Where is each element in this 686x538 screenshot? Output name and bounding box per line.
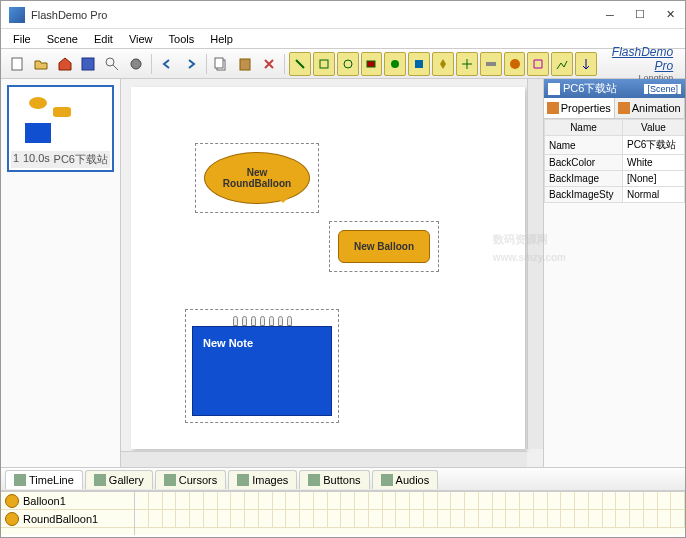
shape-11-button[interactable] bbox=[527, 52, 549, 76]
brand: FlashDemo Pro Longtion bbox=[598, 45, 681, 83]
new-button[interactable] bbox=[6, 52, 28, 76]
save-button[interactable] bbox=[78, 52, 100, 76]
open-button[interactable] bbox=[30, 52, 52, 76]
find-button[interactable] bbox=[101, 52, 123, 76]
shape-9-button[interactable] bbox=[480, 52, 502, 76]
scene-icon bbox=[548, 83, 560, 95]
svg-rect-6 bbox=[215, 58, 223, 68]
shape-10-button[interactable] bbox=[504, 52, 526, 76]
svg-point-14 bbox=[510, 59, 520, 69]
thumb-time: 10.0s bbox=[23, 152, 50, 167]
svg-rect-10 bbox=[367, 61, 375, 67]
buttons-icon bbox=[308, 474, 320, 486]
workspace: 1 10.0s PC6下载站 New RoundBalloon New Ball… bbox=[1, 79, 685, 467]
timeline-grid[interactable] bbox=[135, 492, 685, 535]
app-icon bbox=[9, 7, 25, 23]
redo-button[interactable] bbox=[180, 52, 202, 76]
shape-13-button[interactable] bbox=[575, 52, 597, 76]
prop-key: BackImage bbox=[545, 171, 623, 187]
col-value: Value bbox=[622, 120, 684, 136]
gallery-icon bbox=[94, 474, 106, 486]
canvas[interactable]: New RoundBalloon New Balloon New Note bbox=[131, 87, 525, 449]
close-button[interactable]: ✕ bbox=[663, 8, 677, 22]
balloon-object[interactable]: New Balloon bbox=[329, 221, 439, 272]
prop-val[interactable]: PC6下载站 bbox=[622, 136, 684, 155]
shape-5-button[interactable] bbox=[384, 52, 406, 76]
home-button[interactable] bbox=[54, 52, 76, 76]
tab-animation[interactable]: Animation bbox=[615, 98, 686, 118]
prop-val[interactable]: [None] bbox=[622, 171, 684, 187]
tab-audios[interactable]: Audios bbox=[372, 470, 439, 489]
svg-rect-7 bbox=[240, 59, 250, 70]
menu-scene[interactable]: Scene bbox=[39, 31, 86, 47]
svg-line-3 bbox=[113, 65, 118, 70]
window-title: FlashDemo Pro bbox=[31, 9, 603, 21]
shape-8-button[interactable] bbox=[456, 52, 478, 76]
cursors-icon bbox=[164, 474, 176, 486]
timeline: Balloon1 RoundBalloon1 bbox=[1, 491, 685, 535]
property-grid: NameValue NamePC6下载站 BackColorWhite Back… bbox=[544, 119, 685, 203]
tab-buttons[interactable]: Buttons bbox=[299, 470, 369, 489]
thumbnail-panel: 1 10.0s PC6下载站 bbox=[1, 79, 121, 467]
delete-button[interactable] bbox=[258, 52, 280, 76]
minimize-button[interactable]: ─ bbox=[603, 8, 617, 22]
properties-icon bbox=[547, 102, 559, 114]
scene-tag: [Scene] bbox=[644, 84, 681, 94]
svg-point-9 bbox=[344, 60, 352, 68]
svg-rect-8 bbox=[320, 60, 328, 68]
prop-val[interactable]: Normal bbox=[622, 187, 684, 203]
brand-main[interactable]: FlashDemo Pro bbox=[598, 45, 673, 73]
tab-images[interactable]: Images bbox=[228, 470, 297, 489]
shape-2-button[interactable] bbox=[313, 52, 335, 76]
properties-panel: PC6下载站 [Scene] Properties Animation Name… bbox=[543, 79, 685, 467]
vertical-scrollbar[interactable] bbox=[527, 79, 543, 449]
scene-name: PC6下载站 bbox=[563, 81, 617, 96]
shape-3-button[interactable] bbox=[337, 52, 359, 76]
menu-view[interactable]: View bbox=[121, 31, 161, 47]
timeline-row[interactable]: RoundBalloon1 bbox=[1, 510, 134, 528]
paste-button[interactable] bbox=[234, 52, 256, 76]
menu-tools[interactable]: Tools bbox=[161, 31, 203, 47]
svg-point-11 bbox=[391, 60, 399, 68]
timeline-icon bbox=[14, 474, 26, 486]
roundballoon-text: New RoundBalloon bbox=[204, 152, 310, 204]
tab-timeline[interactable]: TimeLine bbox=[5, 470, 83, 489]
audios-icon bbox=[381, 474, 393, 486]
undo-button[interactable] bbox=[156, 52, 178, 76]
shape-4-button[interactable] bbox=[361, 52, 383, 76]
note-object[interactable]: New Note bbox=[185, 309, 339, 423]
timeline-row[interactable]: Balloon1 bbox=[1, 492, 134, 510]
shape-12-button[interactable] bbox=[551, 52, 573, 76]
shape-6-button[interactable] bbox=[408, 52, 430, 76]
canvas-area: New RoundBalloon New Balloon New Note bbox=[121, 79, 543, 467]
timeline-items: Balloon1 RoundBalloon1 bbox=[1, 492, 135, 535]
prop-val[interactable]: White bbox=[622, 155, 684, 171]
tab-gallery[interactable]: Gallery bbox=[85, 470, 153, 489]
prop-key: BackColor bbox=[545, 155, 623, 171]
menu-help[interactable]: Help bbox=[202, 31, 241, 47]
svg-point-2 bbox=[106, 58, 114, 66]
svg-rect-13 bbox=[486, 62, 496, 66]
maximize-button[interactable]: ☐ bbox=[633, 8, 647, 22]
balloon-text: New Balloon bbox=[338, 230, 430, 263]
menu-file[interactable]: File bbox=[5, 31, 39, 47]
scene-thumbnail[interactable]: 1 10.0s PC6下载站 bbox=[7, 85, 114, 172]
titlebar: FlashDemo Pro ─ ☐ ✕ bbox=[1, 1, 685, 29]
balloon-icon bbox=[5, 512, 19, 526]
roundballoon-object[interactable]: New RoundBalloon bbox=[195, 143, 319, 213]
copy-button[interactable] bbox=[211, 52, 233, 76]
thumb-num: 1 bbox=[13, 152, 19, 167]
horizontal-scrollbar[interactable] bbox=[121, 451, 527, 467]
tab-cursors[interactable]: Cursors bbox=[155, 470, 227, 489]
tab-properties[interactable]: Properties bbox=[544, 98, 615, 118]
panel-header: PC6下载站 [Scene] bbox=[544, 79, 685, 98]
prop-key: Name bbox=[545, 136, 623, 155]
settings-button[interactable] bbox=[125, 52, 147, 76]
shape-7-button[interactable] bbox=[432, 52, 454, 76]
menu-edit[interactable]: Edit bbox=[86, 31, 121, 47]
animation-icon bbox=[618, 102, 630, 114]
balloon-icon bbox=[5, 494, 19, 508]
shape-1-button[interactable] bbox=[289, 52, 311, 76]
toolbar: FlashDemo Pro Longtion bbox=[1, 49, 685, 79]
svg-rect-0 bbox=[12, 58, 22, 70]
